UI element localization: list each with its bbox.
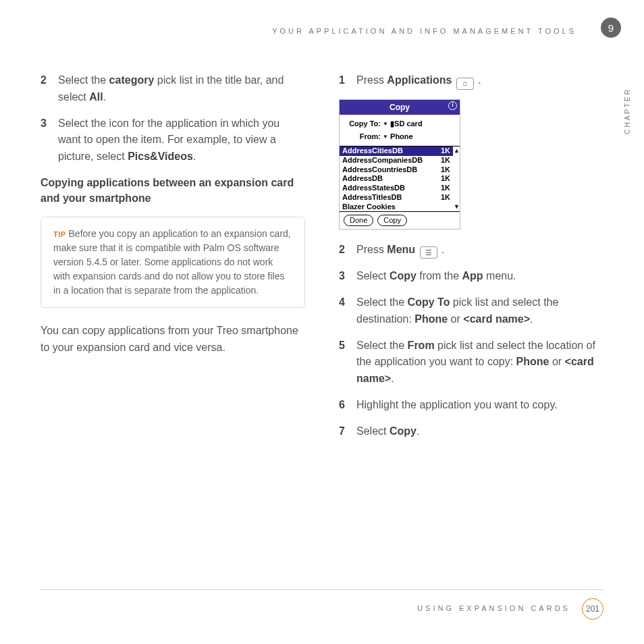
dropdown-icon: ▼ bbox=[383, 121, 388, 127]
copy-to-row: Copy To: ▼ ▮SD card bbox=[344, 117, 456, 130]
right-step-1: 1 Press Applications ⌂ . bbox=[339, 72, 603, 90]
menu-icon: ☰ bbox=[420, 246, 437, 259]
dropdown-icon: ▼ bbox=[383, 134, 388, 140]
chapter-label: CHAPTER bbox=[624, 88, 631, 134]
tip-label: TIP bbox=[53, 230, 66, 238]
right-step-2: 2 Press Menu ☰ . bbox=[339, 242, 603, 259]
list-item[interactable]: AddressCompaniesDB1K bbox=[340, 156, 453, 165]
section-subhead: Copying applications between an expansio… bbox=[41, 175, 305, 206]
from-row: From: ▼ Phone bbox=[344, 130, 456, 143]
chapter-number-badge: 9 bbox=[601, 18, 621, 38]
right-step-6: 6 Highlight the application you want to … bbox=[339, 397, 603, 414]
list-item[interactable]: AddressDB1K bbox=[340, 174, 453, 184]
left-step-2: 2 Select the category pick list in the t… bbox=[41, 72, 305, 106]
list-item[interactable]: AddressTitlesDB1K bbox=[340, 193, 453, 203]
right-column: 1 Press Applications ⌂ . Copy i Copy To:… bbox=[339, 72, 603, 450]
dialog-title-bar: Copy i bbox=[340, 100, 460, 115]
footer-section: USING EXPANSION CARDS bbox=[417, 604, 570, 612]
right-step-7: 7 Select Copy. bbox=[339, 423, 603, 440]
done-button[interactable]: Done bbox=[344, 215, 373, 225]
list-item[interactable]: AddressCitiesDB1K bbox=[340, 146, 453, 156]
running-header: YOUR APPLICATION AND INFO MANAGEMENT TOO… bbox=[41, 27, 603, 35]
palm-copy-dialog: Copy i Copy To: ▼ ▮SD card From: ▼ Phone bbox=[339, 99, 460, 230]
left-step-3: 3 Select the icon for the application in… bbox=[41, 115, 305, 165]
app-list: AddressCitiesDB1KAddressCompaniesDB1KAdd… bbox=[340, 146, 460, 212]
scroll-down-icon: ▼ bbox=[454, 203, 460, 212]
info-icon: i bbox=[448, 101, 457, 110]
page-number-badge: 201 bbox=[582, 598, 603, 620]
copy-button[interactable]: Copy bbox=[377, 215, 407, 225]
tip-box: TIP Before you copy an application to an… bbox=[41, 217, 305, 308]
home-icon: ⌂ bbox=[456, 78, 474, 90]
body-paragraph: You can copy applications from your Treo… bbox=[41, 323, 305, 356]
left-column: 2 Select the category pick list in the t… bbox=[41, 72, 305, 450]
right-step-3: 3 Select Copy from the App menu. bbox=[339, 268, 603, 285]
list-item[interactable]: Blazer Cookies bbox=[340, 203, 453, 212]
right-step-5: 5 Select the From pick list and select t… bbox=[339, 338, 603, 387]
page-footer: USING EXPANSION CARDS 201 bbox=[41, 589, 603, 620]
list-item[interactable]: AddressStatesDB1K bbox=[340, 184, 453, 193]
scroll-up-icon: ▲ bbox=[454, 146, 460, 156]
tip-text: Before you copy an application to an exp… bbox=[53, 228, 291, 296]
right-step-4: 4 Select the Copy To pick list and selec… bbox=[339, 294, 603, 328]
list-item[interactable]: AddressCountriesDB1K bbox=[340, 165, 453, 175]
scrollbar: ▲▼ bbox=[454, 146, 460, 211]
